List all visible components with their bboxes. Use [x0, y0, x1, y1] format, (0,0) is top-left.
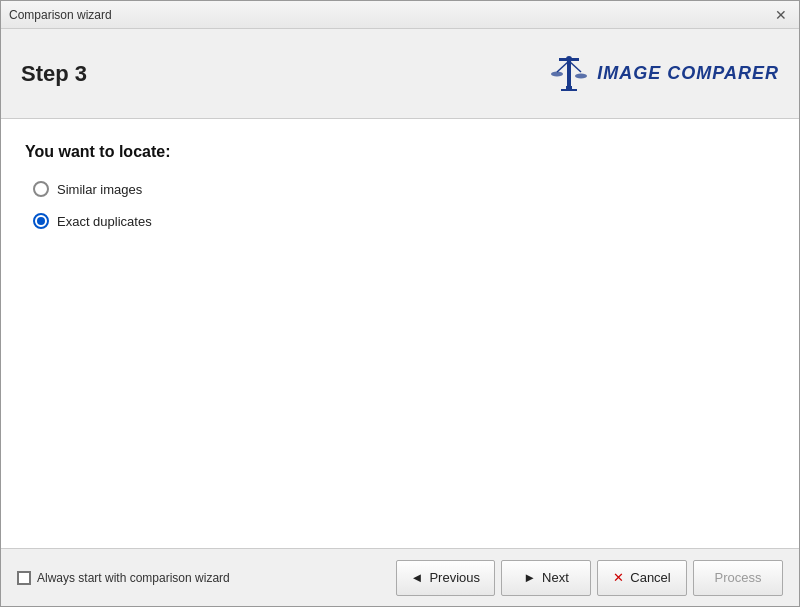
always-start-checkbox[interactable] — [17, 571, 31, 585]
logo-icon — [549, 54, 589, 94]
radio-group: Similar images Exact duplicates — [33, 181, 775, 229]
header-section: Step 3 IMAGE COMPARER — [1, 29, 799, 119]
svg-rect-8 — [561, 89, 577, 91]
content-section: You want to locate: Similar images Exact… — [1, 119, 799, 548]
radio-exact-inner — [37, 217, 45, 225]
radio-exact-label: Exact duplicates — [57, 214, 152, 229]
next-label: Next — [542, 570, 569, 585]
svg-point-4 — [551, 71, 563, 76]
next-button[interactable]: ► Next — [501, 560, 591, 596]
cancel-label: Cancel — [630, 570, 670, 585]
footer-buttons: ◄ Previous ► Next ✕ Cancel Process — [396, 560, 783, 596]
cancel-button[interactable]: ✕ Cancel — [597, 560, 687, 596]
arrow-left-icon: ◄ — [411, 570, 424, 585]
radio-exact-duplicates[interactable]: Exact duplicates — [33, 213, 775, 229]
radio-similar-label: Similar images — [57, 182, 142, 197]
title-bar: Comparison wizard ✕ — [1, 1, 799, 29]
radio-similar-images[interactable]: Similar images — [33, 181, 775, 197]
process-button[interactable]: Process — [693, 560, 783, 596]
previous-button[interactable]: ◄ Previous — [396, 560, 495, 596]
comparison-wizard-window: Comparison wizard ✕ Step 3 IMAGE COMPARE… — [0, 0, 800, 607]
arrow-right-icon: ► — [523, 570, 536, 585]
previous-label: Previous — [429, 570, 480, 585]
locate-label: You want to locate: — [25, 143, 775, 161]
cancel-x-icon: ✕ — [613, 570, 624, 585]
footer-section: Always start with comparison wizard ◄ Pr… — [1, 548, 799, 606]
radio-exact-outer — [33, 213, 49, 229]
step-title: Step 3 — [21, 61, 87, 87]
footer-left: Always start with comparison wizard — [17, 571, 230, 585]
process-label: Process — [715, 570, 762, 585]
always-start-label: Always start with comparison wizard — [37, 571, 230, 585]
radio-similar-outer — [33, 181, 49, 197]
logo-text: IMAGE COMPARER — [597, 63, 779, 84]
svg-point-6 — [575, 73, 587, 78]
logo-area: IMAGE COMPARER — [549, 54, 779, 94]
window-title: Comparison wizard — [9, 8, 112, 22]
close-button[interactable]: ✕ — [771, 5, 791, 25]
